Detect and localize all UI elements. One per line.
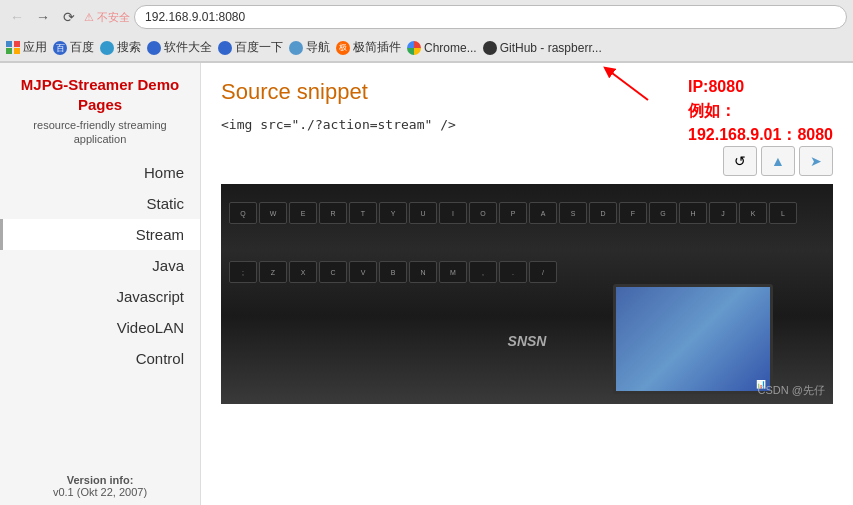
key-15: G <box>649 202 677 224</box>
annotation-line2: 例如： <box>688 99 833 123</box>
apps-icon <box>6 41 20 55</box>
key-25: B <box>379 261 407 283</box>
sidebar-item-javascript[interactable]: Javascript <box>0 281 200 312</box>
sidebar-navigation: Home Static Stream Java Javascript Video… <box>0 157 200 374</box>
forward-button[interactable]: → <box>32 6 54 28</box>
bookmark-apps[interactable]: 应用 <box>6 39 47 56</box>
baidu-search-icon <box>218 41 232 55</box>
sidebar-version: Version info: v0.1 (Okt 22, 2007) <box>45 466 155 505</box>
key-13: D <box>589 202 617 224</box>
bookmark-baidu[interactable]: 百 百度 <box>53 39 94 56</box>
reload-button[interactable]: ⟳ <box>58 6 80 28</box>
key-24: V <box>349 261 377 283</box>
keyboard-simulation: Q W E R T Y U I O P A S D F G H J <box>221 184 833 404</box>
key-28: , <box>469 261 497 283</box>
code-text: <img src="./?action=stream" /> <box>221 117 456 132</box>
jijian-icon: 极 <box>336 41 350 55</box>
send-button[interactable]: ➤ <box>799 146 833 176</box>
search-site-icon <box>100 41 114 55</box>
key-7: U <box>409 202 437 224</box>
bookmark-jijian[interactable]: 极 极简插件 <box>336 39 401 56</box>
sidebar-item-videolan[interactable]: VideoLAN <box>0 312 200 343</box>
key-10: P <box>499 202 527 224</box>
sidebar: MJPG-Streamer Demo Pages resource-friend… <box>0 63 201 505</box>
main-container: MJPG-Streamer Demo Pages resource-friend… <box>0 63 853 505</box>
key-20: ; <box>229 261 257 283</box>
key-5: T <box>349 202 377 224</box>
upload-button[interactable]: ▲ <box>761 146 795 176</box>
key-2: W <box>259 202 287 224</box>
sidebar-item-stream[interactable]: Stream <box>0 219 200 250</box>
bookmark-github[interactable]: GitHub - raspberr... <box>483 41 602 55</box>
key-21: Z <box>259 261 287 283</box>
browser-chrome: ← → ⟳ ⚠ 不安全 应用 百 百度 搜索 软件大全 <box>0 0 853 63</box>
key-30: / <box>529 261 557 283</box>
sidebar-item-static[interactable]: Static <box>0 188 200 219</box>
key-17: J <box>709 202 737 224</box>
annotation-line3: 192.168.9.01：8080 <box>688 123 833 147</box>
key-12: S <box>559 202 587 224</box>
sidebar-item-java[interactable]: Java <box>0 250 200 281</box>
key-26: N <box>409 261 437 283</box>
content-area: IP:8080 例如： 192.168.9.01：8080 Source sni… <box>201 63 853 505</box>
version-label: Version info: <box>53 474 147 486</box>
content-title: Source snippet <box>221 79 368 105</box>
key-27: M <box>439 261 467 283</box>
key-3: E <box>289 202 317 224</box>
key-16: H <box>679 202 707 224</box>
bookmark-chrome[interactable]: Chrome... <box>407 41 477 55</box>
annotation-overlay: IP:8080 例如： 192.168.9.01：8080 <box>688 75 833 147</box>
csdn-watermark: CSDN @先仔 <box>758 383 825 398</box>
key-11: A <box>529 202 557 224</box>
key-6: Y <box>379 202 407 224</box>
bookmark-search[interactable]: 搜索 <box>100 39 141 56</box>
sidebar-item-control[interactable]: Control <box>0 343 200 374</box>
bookmark-software[interactable]: 软件大全 <box>147 39 212 56</box>
key-9: O <box>469 202 497 224</box>
chrome-icon <box>407 41 421 55</box>
action-buttons: ↺ ▲ ➤ <box>201 142 853 184</box>
baidu-icon: 百 <box>53 41 67 55</box>
svg-line-0 <box>608 70 648 100</box>
key-29: . <box>499 261 527 283</box>
address-bar[interactable] <box>134 5 847 29</box>
key-23: C <box>319 261 347 283</box>
key-8: I <box>439 202 467 224</box>
annotation-line1: IP:8080 <box>688 75 833 99</box>
laptop-brand: SNSN <box>508 333 547 349</box>
nav-icon <box>289 41 303 55</box>
sidebar-item-home[interactable]: Home <box>0 157 200 188</box>
refresh-button[interactable]: ↺ <box>723 146 757 176</box>
key-14: F <box>619 202 647 224</box>
stream-image-container: Q W E R T Y U I O P A S D F G H J <box>221 184 833 404</box>
bookmarks-bar: 应用 百 百度 搜索 软件大全 百度一下 导航 极 极简插件 Chrome... <box>0 34 853 62</box>
back-button[interactable]: ← <box>6 6 28 28</box>
laptop-screen: 📊 <box>613 284 773 394</box>
sidebar-title: MJPG-Streamer Demo Pages <box>0 63 200 118</box>
navigation-bar: ← → ⟳ ⚠ 不安全 <box>0 0 853 34</box>
key-18: K <box>739 202 767 224</box>
bookmark-nav[interactable]: 导航 <box>289 39 330 56</box>
key-22: X <box>289 261 317 283</box>
sidebar-subtitle: resource-friendly streaming application <box>0 118 200 157</box>
key-4: R <box>319 202 347 224</box>
software-icon <box>147 41 161 55</box>
bookmark-baidu-search[interactable]: 百度一下 <box>218 39 283 56</box>
github-icon <box>483 41 497 55</box>
version-value: v0.1 (Okt 22, 2007) <box>53 486 147 498</box>
key-19: L <box>769 202 797 224</box>
key-1: Q <box>229 202 257 224</box>
security-icon: ⚠ 不安全 <box>84 10 130 25</box>
annotation-arrow <box>598 65 658 109</box>
